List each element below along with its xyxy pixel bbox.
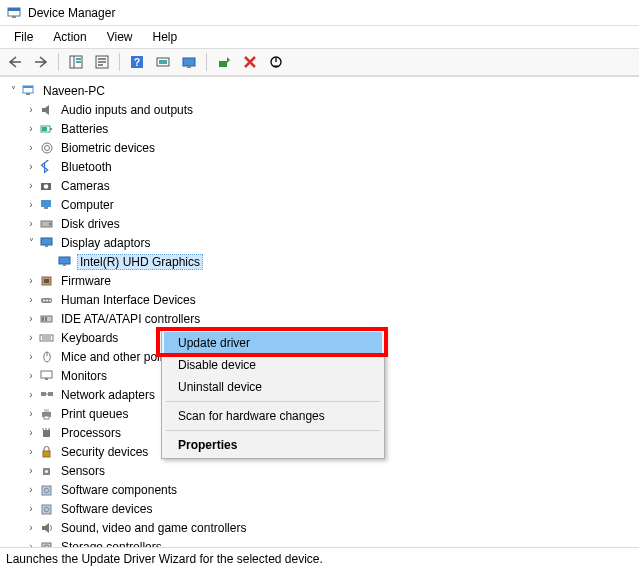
forward-button[interactable] bbox=[30, 51, 52, 73]
svg-point-43 bbox=[49, 299, 51, 301]
context-menu-item[interactable]: Update driver bbox=[164, 332, 382, 354]
expand-icon[interactable] bbox=[24, 179, 38, 193]
tree-category[interactable]: IDE ATA/ATAPI controllers bbox=[2, 309, 637, 328]
tree-category[interactable]: Storage controllers bbox=[2, 537, 637, 547]
uninstall-device-button[interactable] bbox=[239, 51, 261, 73]
expand-icon[interactable] bbox=[24, 521, 38, 535]
audio-icon bbox=[38, 102, 56, 118]
tree-category[interactable]: Biometric devices bbox=[2, 138, 637, 157]
context-menu-item[interactable]: Scan for hardware changes bbox=[164, 405, 382, 427]
expand-icon[interactable] bbox=[24, 141, 38, 155]
expand-icon[interactable] bbox=[24, 312, 38, 326]
expand-icon[interactable] bbox=[24, 464, 38, 478]
svg-rect-25 bbox=[42, 127, 47, 131]
tree-item-label: Monitors bbox=[59, 369, 109, 383]
update-driver-button[interactable] bbox=[178, 51, 200, 73]
help-button[interactable]: ? bbox=[126, 51, 148, 73]
menu-file[interactable]: File bbox=[6, 28, 41, 46]
expand-icon[interactable] bbox=[24, 331, 38, 345]
camera-icon bbox=[38, 178, 56, 194]
expand-icon[interactable] bbox=[24, 160, 38, 174]
tree-item-label: Naveen-PC bbox=[41, 84, 107, 98]
statusbar: Launches the Update Driver Wizard for th… bbox=[0, 547, 639, 569]
menu-action[interactable]: Action bbox=[45, 28, 94, 46]
display-icon bbox=[38, 235, 56, 251]
svg-rect-24 bbox=[50, 128, 52, 130]
tree-item-label: Processors bbox=[59, 426, 123, 440]
svg-point-33 bbox=[49, 222, 51, 224]
tree-category[interactable]: Sensors bbox=[2, 461, 637, 480]
svg-rect-6 bbox=[76, 61, 81, 63]
expand-icon[interactable] bbox=[24, 445, 38, 459]
expand-icon[interactable] bbox=[24, 217, 38, 231]
tree-category[interactable]: Software components bbox=[2, 480, 637, 499]
tree-root[interactable]: Naveen-PC bbox=[2, 81, 637, 100]
expand-icon[interactable] bbox=[24, 122, 38, 136]
tree-category[interactable]: Display adaptors bbox=[2, 233, 637, 252]
tree-item-label: Intel(R) UHD Graphics bbox=[77, 254, 203, 270]
tree-category[interactable]: Disk drives bbox=[2, 214, 637, 233]
tree-category[interactable]: Audio inputs and outputs bbox=[2, 100, 637, 119]
tree-category[interactable]: Sound, video and game controllers bbox=[2, 518, 637, 537]
context-menu-item[interactable]: Disable device bbox=[164, 354, 382, 376]
computer-icon bbox=[38, 197, 56, 213]
tree-category[interactable]: Computer bbox=[2, 195, 637, 214]
tree-item-label: Computer bbox=[59, 198, 116, 212]
expand-icon[interactable] bbox=[24, 274, 38, 288]
tree-item-label: Sensors bbox=[59, 464, 107, 478]
context-menu-item[interactable]: Uninstall device bbox=[164, 376, 382, 398]
svg-rect-64 bbox=[43, 451, 50, 457]
menu-view[interactable]: View bbox=[99, 28, 141, 46]
show-hide-tree-button[interactable] bbox=[65, 51, 87, 73]
properties-button[interactable] bbox=[91, 51, 113, 73]
scan-hardware-button[interactable] bbox=[152, 51, 174, 73]
back-button[interactable] bbox=[4, 51, 26, 73]
expand-icon[interactable] bbox=[24, 103, 38, 117]
tree-category[interactable]: Cameras bbox=[2, 176, 637, 195]
tree-item-label: IDE ATA/ATAPI controllers bbox=[59, 312, 202, 326]
enable-device-button[interactable] bbox=[213, 51, 235, 73]
disk-icon bbox=[38, 216, 56, 232]
toolbar-sep bbox=[119, 53, 120, 71]
svg-rect-14 bbox=[159, 60, 167, 64]
expand-icon[interactable] bbox=[24, 407, 38, 421]
device-tree[interactable]: Naveen-PCAudio inputs and outputsBatteri… bbox=[2, 81, 637, 547]
svg-rect-34 bbox=[41, 238, 52, 245]
expand-icon[interactable] bbox=[24, 293, 38, 307]
tree-category[interactable]: Bluetooth bbox=[2, 157, 637, 176]
tree-category[interactable]: Human Interface Devices bbox=[2, 290, 637, 309]
expand-icon[interactable] bbox=[24, 198, 38, 212]
device-tree-region: Naveen-PCAudio inputs and outputsBatteri… bbox=[0, 76, 639, 547]
tree-item-label: Storage controllers bbox=[59, 540, 164, 548]
menu-help[interactable]: Help bbox=[145, 28, 186, 46]
svg-rect-2 bbox=[12, 16, 16, 18]
context-menu-separator bbox=[166, 401, 380, 402]
expand-icon[interactable] bbox=[24, 426, 38, 440]
expand-icon[interactable] bbox=[24, 388, 38, 402]
expand-icon[interactable] bbox=[24, 369, 38, 383]
security-icon bbox=[38, 444, 56, 460]
tree-category[interactable]: Batteries bbox=[2, 119, 637, 138]
expand-icon[interactable] bbox=[24, 350, 38, 364]
tree-item-label: Human Interface Devices bbox=[59, 293, 198, 307]
expand-icon[interactable] bbox=[24, 502, 38, 516]
expand-icon[interactable] bbox=[24, 236, 38, 250]
tree-item-label: Batteries bbox=[59, 122, 110, 136]
tree-item-label: Disk drives bbox=[59, 217, 122, 231]
menubar: File Action View Help bbox=[0, 26, 639, 48]
svg-rect-36 bbox=[59, 257, 70, 264]
svg-rect-67 bbox=[42, 486, 51, 495]
expand-icon[interactable] bbox=[24, 540, 38, 548]
expand-icon[interactable] bbox=[24, 483, 38, 497]
tree-item-label: Software components bbox=[59, 483, 179, 497]
tree-category[interactable]: Firmware bbox=[2, 271, 637, 290]
tree-device[interactable]: Intel(R) UHD Graphics bbox=[2, 252, 637, 271]
svg-text:?: ? bbox=[134, 57, 140, 68]
context-menu-item[interactable]: Properties bbox=[164, 434, 382, 456]
tree-item-label: Sound, video and game controllers bbox=[59, 521, 248, 535]
svg-rect-55 bbox=[48, 392, 53, 396]
tree-item-label: Print queues bbox=[59, 407, 130, 421]
disable-device-button[interactable] bbox=[265, 51, 287, 73]
expand-icon[interactable] bbox=[6, 84, 20, 98]
tree-category[interactable]: Software devices bbox=[2, 499, 637, 518]
